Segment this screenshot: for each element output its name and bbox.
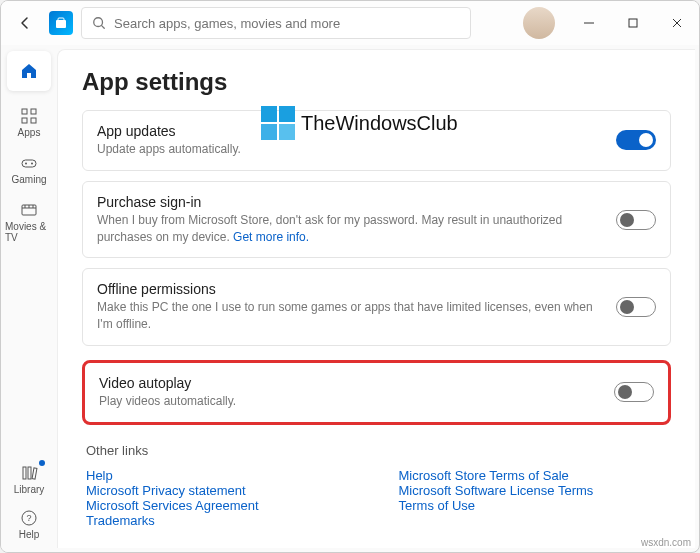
sidebar-label: Help xyxy=(19,529,40,540)
notification-dot xyxy=(39,460,45,466)
other-links: Help Microsoft Privacy statement Microso… xyxy=(82,468,671,528)
sidebar-item-library[interactable]: Library xyxy=(5,458,53,501)
apps-icon xyxy=(20,107,38,125)
sidebar-item-gaming[interactable]: Gaming xyxy=(5,148,53,191)
svg-rect-11 xyxy=(31,118,36,123)
setting-desc: Play videos automatically. xyxy=(99,393,602,410)
toggle-app-updates[interactable] xyxy=(616,130,656,150)
user-avatar[interactable] xyxy=(523,7,555,39)
toggle-video-autoplay[interactable] xyxy=(614,382,654,402)
link-terms-of-sale[interactable]: Microsoft Store Terms of Sale xyxy=(399,468,569,483)
setting-app-updates: App updates Update apps automatically. xyxy=(82,110,671,171)
titlebar xyxy=(1,1,699,45)
setting-purchase-signin: Purchase sign-in When I buy from Microso… xyxy=(82,181,671,259)
sidebar-label: Library xyxy=(14,484,45,495)
link-services-agreement[interactable]: Microsoft Services Agreement xyxy=(86,498,259,513)
content-area[interactable]: App settings App updates Update apps aut… xyxy=(57,49,695,548)
svg-text:?: ? xyxy=(26,513,31,523)
close-button[interactable] xyxy=(655,1,699,45)
sidebar-label: Movies & TV xyxy=(5,221,53,243)
svg-rect-5 xyxy=(629,19,637,27)
link-help[interactable]: Help xyxy=(86,468,113,483)
page-title: App settings xyxy=(82,68,671,96)
sidebar: Apps Gaming Movies & TV xyxy=(1,45,57,552)
svg-rect-12 xyxy=(22,160,36,167)
link-privacy[interactable]: Microsoft Privacy statement xyxy=(86,483,246,498)
store-icon xyxy=(49,11,73,35)
svg-line-3 xyxy=(102,26,105,29)
image-credit: wsxdn.com xyxy=(641,537,691,548)
sidebar-item-movies[interactable]: Movies & TV xyxy=(5,195,53,249)
home-icon xyxy=(19,61,39,81)
svg-rect-22 xyxy=(32,468,37,479)
link-get-more-info[interactable]: Get more info. xyxy=(233,230,309,244)
sidebar-label: Gaming xyxy=(11,174,46,185)
minimize-button[interactable] xyxy=(567,1,611,45)
link-license-terms[interactable]: Microsoft Software License Terms xyxy=(399,483,594,498)
setting-title: Video autoplay xyxy=(99,375,602,391)
movies-icon xyxy=(20,201,38,219)
setting-desc: Update apps automatically. xyxy=(97,141,604,158)
search-input[interactable] xyxy=(114,16,460,31)
svg-point-14 xyxy=(31,163,33,165)
body: Apps Gaming Movies & TV xyxy=(1,45,699,552)
help-icon: ? xyxy=(20,509,38,527)
search-icon xyxy=(92,16,106,30)
setting-desc: When I buy from Microsoft Store, don't a… xyxy=(97,212,604,246)
sidebar-item-apps[interactable]: Apps xyxy=(5,101,53,144)
setting-title: Offline permissions xyxy=(97,281,604,297)
gaming-icon xyxy=(20,154,38,172)
svg-rect-10 xyxy=(22,118,27,123)
setting-title: App updates xyxy=(97,123,604,139)
toggle-purchase-signin[interactable] xyxy=(616,210,656,230)
link-trademarks[interactable]: Trademarks xyxy=(86,513,155,528)
setting-video-autoplay: Video autoplay Play videos automatically… xyxy=(82,360,671,425)
svg-rect-9 xyxy=(31,109,36,114)
svg-rect-21 xyxy=(28,467,31,479)
sidebar-label: Apps xyxy=(18,127,41,138)
setting-desc: Make this PC the one I use to run some g… xyxy=(97,299,604,333)
svg-rect-8 xyxy=(22,109,27,114)
link-terms-of-use[interactable]: Terms of Use xyxy=(399,498,476,513)
setting-offline-permissions: Offline permissions Make this PC the one… xyxy=(82,268,671,346)
setting-title: Purchase sign-in xyxy=(97,194,604,210)
toggle-offline-permissions[interactable] xyxy=(616,297,656,317)
back-button[interactable] xyxy=(9,7,41,39)
search-box[interactable] xyxy=(81,7,471,39)
sidebar-item-help[interactable]: ? Help xyxy=(5,503,53,546)
sidebar-item-home[interactable] xyxy=(7,51,51,91)
library-icon xyxy=(20,464,38,482)
app-window: Apps Gaming Movies & TV xyxy=(0,0,700,553)
maximize-button[interactable] xyxy=(611,1,655,45)
svg-rect-20 xyxy=(23,467,26,479)
svg-rect-1 xyxy=(58,18,64,21)
svg-point-13 xyxy=(25,163,27,165)
other-links-title: Other links xyxy=(86,443,671,458)
window-controls xyxy=(567,1,699,45)
